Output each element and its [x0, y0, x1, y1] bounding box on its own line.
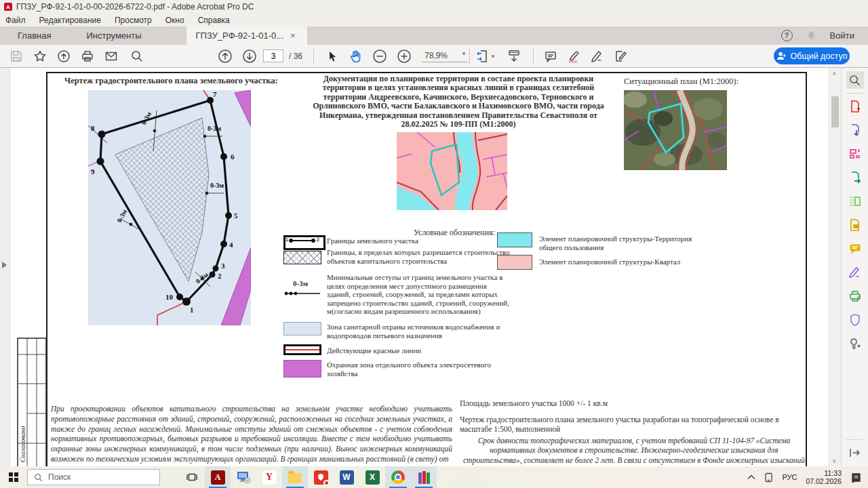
taskbar-app-computer[interactable]: [231, 466, 256, 488]
taskbar-app-r7[interactable]: [308, 466, 334, 488]
windows-logo-icon: [9, 472, 18, 482]
legend-item-label: Охранная зона отдельного объекта электро…: [327, 361, 511, 378]
tab-bar: Главная Инструменты ГПЗУ_РФ-92-1-01-0...…: [0, 26, 868, 45]
star-icon[interactable]: [32, 48, 48, 64]
symbol-point-2: 2: [317, 237, 319, 242]
sidebar-divider: [846, 93, 864, 94]
taskbar: Поиск A Y W X: [0, 466, 868, 488]
tab-tools[interactable]: Инструменты: [68, 26, 159, 45]
fit-width-dropdown-icon[interactable]: ▼: [490, 48, 496, 64]
menu-edit[interactable]: Редактирование: [39, 16, 101, 25]
zoom-out-icon[interactable]: [372, 48, 388, 64]
language-indicator[interactable]: РУС: [782, 473, 797, 481]
point-label: 10: [165, 293, 174, 301]
sign-pen-icon[interactable]: [589, 48, 605, 64]
upload-icon[interactable]: [56, 48, 72, 64]
site-plan-drawing: 7 6 5 4 3 2 1 10 9 8 0-3м 0-3м 0-3м 0-3м…: [88, 90, 251, 325]
right-notes-block: Площадь земельного участка 1000 +/- 1 кв…: [460, 399, 808, 466]
zoom-dropdown-icon[interactable]: ▼: [461, 51, 467, 60]
page-number-input[interactable]: [263, 49, 283, 62]
save-icon[interactable]: [8, 48, 24, 64]
tab-home[interactable]: Главная: [0, 26, 68, 45]
title-bar: A ГПЗУ_РФ-92-1-01-0-00-2026-6722-0.pdf -…: [0, 0, 868, 14]
zoom-level-value: 78,9%: [425, 51, 448, 60]
menu-window[interactable]: Окно: [165, 16, 184, 25]
more-tools-icon[interactable]: [846, 335, 864, 352]
point-label: 6: [231, 152, 235, 161]
edit-pdf-icon[interactable]: [846, 145, 864, 163]
page-down-icon[interactable]: [241, 48, 258, 64]
email-icon[interactable]: [103, 48, 119, 64]
menu-view[interactable]: Просмотр: [115, 16, 152, 25]
fit-width-icon[interactable]: [475, 48, 491, 64]
share-button[interactable]: Общий доступ: [774, 47, 850, 64]
taskbar-search-placeholder: Поиск: [48, 472, 71, 482]
winrar-books-icon: [418, 471, 430, 484]
scroll-down-icon[interactable]: ∨: [832, 458, 837, 464]
taskbar-app-yandex[interactable]: Y: [256, 466, 282, 488]
page-view-icon[interactable]: [506, 48, 522, 64]
notification-center-icon[interactable]: [850, 472, 861, 483]
print-icon[interactable]: [79, 48, 96, 64]
comment-icon[interactable]: [542, 48, 559, 64]
taskbar-app-chrome[interactable]: [385, 466, 411, 488]
device-icon[interactable]: [764, 472, 773, 483]
taskbar-app-word[interactable]: W: [334, 466, 359, 488]
bell-icon[interactable]: [806, 30, 816, 41]
expand-panel-icon[interactable]: [849, 448, 860, 458]
legend-symbol-power-zone: [283, 360, 321, 378]
planning-map: [397, 132, 507, 210]
organize-pages-icon[interactable]: [846, 192, 864, 210]
pdf-page: Чертеж градостроительного плана земельно…: [10, 68, 829, 466]
zoom-level-control[interactable]: 78,9% ▼: [422, 51, 468, 62]
left-panel-strip[interactable]: [0, 68, 10, 466]
export-pdf-icon[interactable]: [846, 121, 864, 139]
taskbar-app-winrar[interactable]: [411, 466, 437, 488]
folder-icon: [288, 473, 302, 483]
fill-sign-icon[interactable]: [612, 48, 629, 64]
topo-note: Срок давности топографических материалов…: [460, 436, 808, 467]
create-pdf-icon[interactable]: [846, 98, 864, 115]
start-button[interactable]: [0, 466, 27, 488]
legend-item-label: Элемент планировочной структуры-Территор…: [539, 235, 709, 251]
scrollbar-thumb[interactable]: [831, 96, 839, 127]
hand-tool-icon[interactable]: [347, 48, 363, 64]
vertical-scrollbar[interactable]: ∧ ∨: [829, 68, 841, 466]
search-icon[interactable]: [129, 48, 145, 64]
scroll-up-icon[interactable]: ∧: [832, 70, 837, 77]
toolbar-divider: [313, 49, 314, 64]
tray-expand-icon[interactable]: [747, 474, 755, 480]
zoom-in-icon[interactable]: [396, 48, 412, 64]
scan-icon[interactable]: [846, 287, 864, 305]
window-title: ГПЗУ_РФ-92-1-01-0-00-2026-6722-0.pdf - A…: [16, 2, 254, 12]
taskbar-search[interactable]: Поиск: [27, 469, 160, 485]
menu-help[interactable]: Справка: [198, 16, 230, 25]
search-tool-icon[interactable]: [846, 71, 864, 89]
expand-left-panel-icon[interactable]: [2, 262, 7, 268]
legend-item-label: Зона санитарной охраны источников водосн…: [327, 323, 511, 340]
highlight-icon[interactable]: [566, 48, 582, 64]
comment-bubble-icon[interactable]: [846, 240, 864, 258]
task-view-button[interactable]: [179, 466, 205, 488]
send-pdf-icon[interactable]: [846, 169, 864, 186]
fill-sign-tool-icon[interactable]: [846, 264, 864, 281]
page-total-label: / 36: [289, 52, 302, 61]
taskbar-app-explorer[interactable]: [282, 466, 308, 488]
taskbar-clock[interactable]: 11:33 07.02.2026: [806, 469, 842, 485]
tab-close-icon[interactable]: ×: [290, 26, 296, 45]
select-cursor-icon[interactable]: [324, 48, 340, 64]
page-up-icon[interactable]: [217, 48, 233, 64]
taskbar-app-excel[interactable]: X: [359, 466, 385, 488]
situational-plan-title: Ситуационный план (М1:2000):: [624, 77, 738, 87]
sign-in-link[interactable]: Войти: [830, 26, 854, 45]
menu-file[interactable]: Файл: [5, 16, 26, 25]
help-icon[interactable]: ?: [781, 30, 793, 41]
file-comment-icon[interactable]: [846, 216, 864, 234]
taskbar-app-acrobat[interactable]: A: [205, 466, 231, 488]
legend-item-label: Действующие красные линии: [327, 346, 511, 355]
toolbar-divider: [469, 49, 470, 64]
menu-bar: Файл Редактирование Просмотр Окно Справк…: [0, 14, 868, 26]
tab-document[interactable]: ГПЗУ_РФ-92-1-01-0... ×: [186, 26, 307, 45]
protect-icon[interactable]: [846, 311, 864, 329]
situational-plan-image: [624, 90, 727, 170]
